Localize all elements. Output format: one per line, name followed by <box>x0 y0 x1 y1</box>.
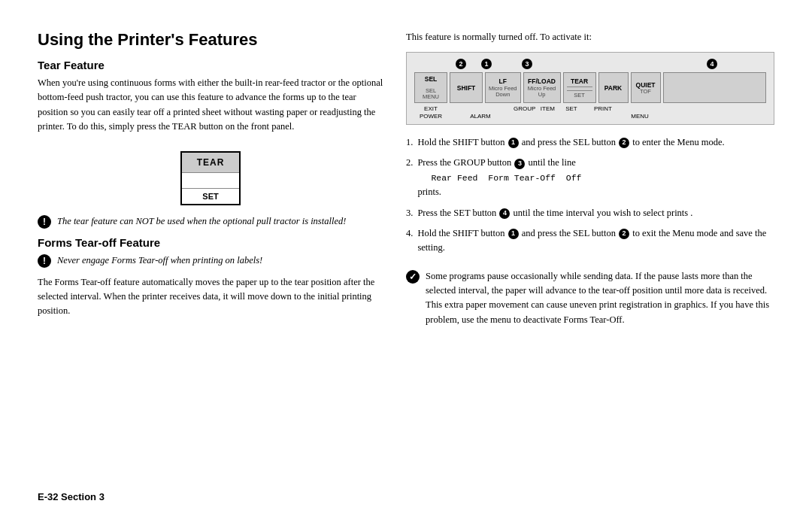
circle-3: 3 <box>522 59 532 69</box>
note3-block: ✓ Some programs pause occasionally while… <box>406 269 774 328</box>
panel-labels-row2: POWER ALARM MENU <box>414 113 766 120</box>
tear-button-divider <box>182 172 239 189</box>
page: Using the Printer's Features Tear Featur… <box>0 0 812 525</box>
section1-body: When you're using continuous forms with … <box>38 76 383 135</box>
num3-position: 3 <box>521 59 533 69</box>
step1-text: Hold the SHIFT button 1 and press the SE… <box>417 135 724 150</box>
tear-button: TEAR SET <box>180 151 241 205</box>
circle-4: 4 <box>707 59 717 69</box>
code-text: Rear Feed Form Tear-Off Off <box>431 173 581 183</box>
step4-text: Hold the SHIFT button 1 and press the SE… <box>417 226 774 256</box>
step-3: 3. Press the SET button 4 until the time… <box>406 206 774 220</box>
tear-set-label: SET <box>182 189 239 204</box>
note2-block: ! Never engage Forms Tear-off when print… <box>38 253 383 268</box>
num2-position: 2 <box>455 59 467 69</box>
exclamation-icon-2: ! <box>38 254 51 268</box>
step-4: 4. Hold the SHIFT button 1 and press the… <box>406 226 774 256</box>
tear-panel-label: TEAR <box>571 77 588 85</box>
step1-circle1: 1 <box>508 138 519 148</box>
left-column: Using the Printer's Features Tear Featur… <box>38 30 383 502</box>
page-title: Using the Printer's Features <box>38 30 383 50</box>
note3-text: Some programs pause occasionally while s… <box>426 269 774 328</box>
circle-2: 2 <box>456 59 466 69</box>
note2-text: Never engage Forms Tear-off when printin… <box>57 253 262 268</box>
menu-label: MENU <box>423 94 439 100</box>
note1-block: ! The tear feature can NOT be used when … <box>38 214 383 229</box>
step4-circle2: 2 <box>619 229 629 239</box>
step2-num: 2. <box>406 156 413 199</box>
panel-diagram: 2 1 3 4 SEL SEL <box>406 52 774 125</box>
step2-text: Press the GROUP button 3 until the line … <box>417 156 581 199</box>
tear-panel-btn: TEAR SET <box>563 72 596 103</box>
step-1: 1. Hold the SHIFT button 1 and press the… <box>406 135 774 150</box>
shift-btn: SHIFT <box>450 72 483 103</box>
set-panel-label: SET <box>574 93 585 99</box>
exit-label: EXIT <box>414 105 447 112</box>
quiet-btn: QUIET TOF <box>631 72 661 103</box>
shift-label: SHIFT <box>457 84 476 92</box>
park-label: PARK <box>604 84 622 92</box>
step3-circle: 4 <box>499 208 510 219</box>
panel-labels-row: EXIT GROUP ITEM SET PRINT <box>414 105 766 112</box>
tear-button-diagram: TEAR SET <box>38 151 383 205</box>
alarm-bottom-label: ALARM <box>447 113 514 120</box>
panel-numbers-row: 2 1 3 4 <box>414 59 766 69</box>
footer-text: E-32 Section 3 <box>38 484 383 502</box>
alarm-label <box>480 105 514 112</box>
power-alarm-label <box>447 105 480 112</box>
section2-heading: Forms Tear-off Feature <box>38 236 383 249</box>
num4-position: 4 <box>706 59 718 69</box>
num1-position: 1 <box>480 59 492 69</box>
print-label: PRINT <box>588 105 618 112</box>
set-label: SET <box>555 105 588 112</box>
microfeed-down-2: Down <box>495 92 510 98</box>
step-2: 2. Press the GROUP button 3 until the li… <box>406 156 774 199</box>
step1-num: 1. <box>406 135 413 150</box>
step3-text: Press the SET button 4 until the time in… <box>417 206 692 220</box>
checkmark-icon: ✓ <box>406 270 420 284</box>
tof-label: TOF <box>640 89 651 95</box>
step3-num: 3. <box>406 206 413 220</box>
step4-circle1: 1 <box>508 229 519 239</box>
right-column: This feature is normally turned off. To … <box>406 30 774 502</box>
panel-spacer <box>663 72 766 103</box>
exclamation-icon: ! <box>38 215 51 229</box>
ffload-btn: FF/LOAD Micro Feed Up <box>523 72 561 103</box>
group-menu-label: GROUP ITEM <box>514 105 555 112</box>
sel-top-label: SEL <box>425 75 438 83</box>
sel-btn: SEL SEL MENU <box>414 72 447 103</box>
microfeed-up-2: Up <box>538 92 546 98</box>
note1-text: The tear feature can NOT be used when th… <box>57 214 346 229</box>
lf-btn: LF Micro Feed Down <box>485 72 521 103</box>
section2-body: The Forms Tear-off feature automatically… <box>38 275 383 319</box>
park-btn: PARK <box>598 72 629 103</box>
steps-list: 1. Hold the SHIFT button 1 and press the… <box>406 135 774 262</box>
panel-buttons-row: SEL SEL MENU SHIFT LF Micro Feed Down <box>414 72 766 103</box>
power-label: POWER <box>414 113 447 120</box>
section1-heading: Tear Feature <box>38 59 383 71</box>
step1-circle2: 2 <box>619 138 629 148</box>
panel-filler <box>618 105 766 112</box>
tear-button-label: TEAR <box>182 153 239 172</box>
step4-num: 4. <box>406 226 413 256</box>
circle-1: 1 <box>481 59 492 69</box>
intro-text: This feature is normally turned off. To … <box>406 30 774 44</box>
menu-bottom-label: MENU <box>514 113 766 120</box>
step2-circle: 3 <box>514 159 525 169</box>
